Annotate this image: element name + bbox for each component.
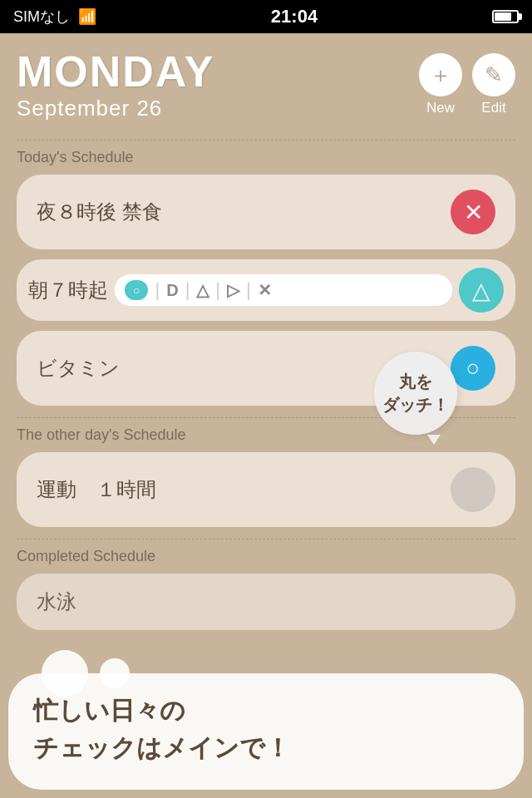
- new-button[interactable]: ＋ New: [419, 53, 462, 116]
- mascot-area: 忙しい日々のチェックはメインで！: [0, 623, 532, 798]
- other-item-1: 運動 １時間: [17, 452, 515, 527]
- new-label: New: [426, 100, 455, 116]
- completed-item-1-text: 水泳: [37, 589, 76, 615]
- item-2-text: 朝７時起: [28, 277, 108, 303]
- wifi-icon: 📶: [78, 7, 96, 26]
- item-1-text: 夜８時後 禁食: [37, 199, 162, 225]
- status-left: SIMなし 📶: [13, 7, 96, 27]
- today-section-header: Today's Schedule: [17, 140, 515, 166]
- carrier-label: SIMなし: [13, 7, 70, 27]
- item-1-complete-btn[interactable]: ✕: [451, 190, 495, 234]
- edit-icon: ✎: [472, 53, 515, 96]
- header-actions: ＋ New ✎ Edit: [419, 53, 515, 116]
- schedule-item-1: 夜８時後 禁食 ✕: [17, 175, 515, 249]
- schedule-item-2: 朝７時起 ○ | D | △ | ▷ | ✕ △: [17, 259, 515, 321]
- weekday-d[interactable]: D: [166, 281, 178, 300]
- divider-3: |: [215, 279, 220, 301]
- header-date: September 26: [17, 96, 214, 121]
- mascot-bubble: 忙しい日々のチェックはメインで！: [8, 673, 524, 790]
- header: MONDAY September 26 ＋ New ✎ Edit: [17, 48, 515, 121]
- completed-section-header: Completed Schedule: [17, 539, 515, 565]
- header-day: MONDAY: [17, 48, 214, 96]
- main-content: MONDAY September 26 ＋ New ✎ Edit Today's…: [0, 33, 532, 630]
- new-icon: ＋: [419, 53, 462, 96]
- edit-label: Edit: [481, 100, 505, 116]
- weekday-x[interactable]: ✕: [258, 280, 272, 300]
- divider-4: |: [246, 279, 251, 301]
- weekday-picker[interactable]: ○ | D | △ | ▷ | ✕: [115, 274, 452, 306]
- other-item-1-btn[interactable]: [451, 467, 495, 512]
- status-bar: SIMなし 📶 21:04: [0, 0, 532, 33]
- weekday-tab-active[interactable]: ○: [125, 280, 148, 300]
- battery-icon: [492, 10, 519, 23]
- tooltip-bubble: 丸をダッチ！: [374, 352, 457, 435]
- weekday-triangle[interactable]: △: [196, 280, 209, 300]
- weekday-arrow[interactable]: ▷: [227, 280, 239, 300]
- completed-item-1: 水泳: [17, 574, 515, 630]
- header-title: MONDAY September 26: [17, 48, 214, 121]
- item-3-text: ビタミン: [37, 355, 120, 382]
- edit-button[interactable]: ✎ Edit: [472, 53, 515, 116]
- mascot-text: 忙しい日々のチェックはメインで！: [33, 697, 290, 761]
- divider-1: |: [155, 279, 160, 301]
- status-time: 21:04: [271, 6, 318, 27]
- other-item-1-text: 運動 １時間: [37, 476, 156, 503]
- item-2-complete-btn[interactable]: △: [459, 268, 504, 313]
- divider-2: |: [185, 279, 190, 301]
- item-3-complete-btn[interactable]: ○: [451, 346, 495, 391]
- schedule-item-3: ビタミン 丸をダッチ！ ○: [17, 331, 515, 406]
